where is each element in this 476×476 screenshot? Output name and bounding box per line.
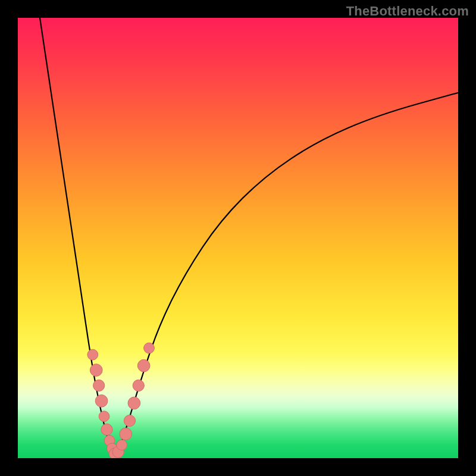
chart-svg: [18, 18, 458, 458]
bead-marker: [117, 440, 127, 450]
bead-marker: [95, 394, 108, 407]
bead-marker: [87, 349, 98, 360]
curve-left-branch: [40, 18, 115, 456]
bead-marker: [120, 428, 132, 440]
bead-marker: [99, 411, 109, 422]
bead-marker: [144, 343, 155, 353]
bead-markers: [87, 343, 154, 458]
plot-area: [18, 18, 458, 458]
outer-frame: TheBottleneck.com: [0, 0, 476, 476]
bead-marker: [90, 364, 102, 377]
bead-marker: [137, 359, 150, 372]
watermark-text: TheBottleneck.com: [346, 4, 469, 19]
bead-marker: [128, 397, 140, 409]
bead-marker: [124, 415, 135, 426]
bead-marker: [101, 424, 112, 435]
bead-marker: [93, 380, 105, 391]
bead-marker: [133, 380, 144, 391]
curve-right-branch: [115, 93, 458, 456]
